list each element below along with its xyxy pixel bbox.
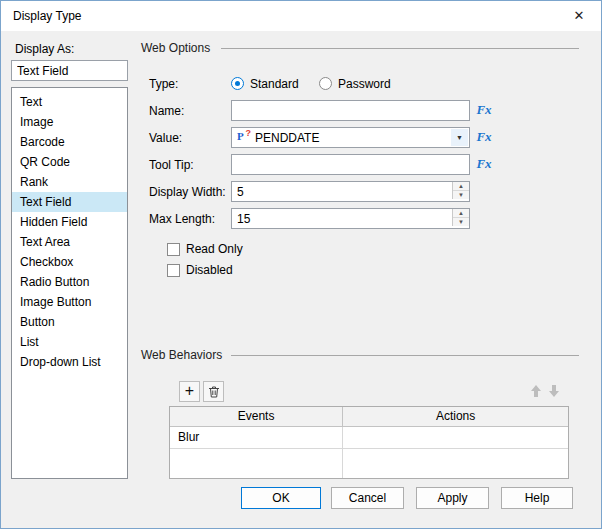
web-behaviors-group-title: Web Behaviors xyxy=(141,348,222,363)
web-options-group-title: Web Options xyxy=(141,41,210,56)
action-cell[interactable] xyxy=(343,427,568,448)
value-combobox[interactable]: P ? PENDDATE ▼ xyxy=(231,127,470,148)
tooltip-formula-icon[interactable]: Fx xyxy=(474,155,494,173)
dialog-title: Display Type xyxy=(13,1,81,31)
display-type-option[interactable]: QR Code xyxy=(12,152,127,172)
actions-column-header[interactable]: Actions xyxy=(343,407,568,426)
display-width-input[interactable] xyxy=(231,181,470,202)
display-as-label: Display As: xyxy=(15,42,74,57)
behaviors-table-header: Events Actions xyxy=(170,407,568,427)
display-type-option[interactable]: Barcode xyxy=(12,132,127,152)
tooltip-input[interactable] xyxy=(231,154,470,175)
table-empty-area xyxy=(170,449,568,478)
add-behavior-button[interactable]: + xyxy=(179,381,200,402)
value-label: Value: xyxy=(149,131,182,146)
display-type-option[interactable]: Rank xyxy=(12,172,127,192)
radio-standard[interactable] xyxy=(231,77,244,90)
spin-down-icon[interactable]: ▼ xyxy=(453,218,469,226)
event-cell[interactable]: Blur xyxy=(170,427,343,448)
display-type-option[interactable]: List xyxy=(12,332,127,352)
up-arrow-icon xyxy=(530,384,542,398)
display-type-dialog: Display Type ✕ Display As: Text Image Ba… xyxy=(0,0,602,529)
display-width-spin-buttons: ▲ ▼ xyxy=(452,182,469,199)
spin-down-icon[interactable]: ▼ xyxy=(453,191,469,199)
display-type-option[interactable]: Button xyxy=(12,312,127,332)
disabled-label[interactable]: Disabled xyxy=(186,263,233,278)
read-only-label[interactable]: Read Only xyxy=(186,242,243,257)
display-type-option[interactable]: Image Button xyxy=(12,292,127,312)
radio-password[interactable] xyxy=(319,77,332,90)
plus-icon: + xyxy=(185,383,194,399)
web-options-divider xyxy=(221,48,579,49)
read-only-checkbox[interactable] xyxy=(167,243,180,256)
display-type-option[interactable]: Image xyxy=(12,112,127,132)
web-behaviors-divider xyxy=(231,355,579,356)
help-button[interactable]: Help xyxy=(501,487,573,509)
spin-up-icon[interactable]: ▲ xyxy=(453,182,469,191)
display-as-input[interactable] xyxy=(11,60,128,81)
display-type-option[interactable]: Text Area xyxy=(12,232,127,252)
max-length-label: Max Length: xyxy=(149,212,215,227)
delete-behavior-button[interactable] xyxy=(203,381,224,402)
tooltip-label: Tool Tip: xyxy=(149,158,194,173)
radio-standard-label[interactable]: Standard xyxy=(250,77,299,92)
display-type-option[interactable]: Drop-down List xyxy=(12,352,127,372)
name-label: Name: xyxy=(149,104,184,119)
down-arrow-icon xyxy=(548,384,560,398)
max-length-spin-buttons: ▲ ▼ xyxy=(452,209,469,226)
parameter-icon: P ? xyxy=(236,131,251,145)
events-column-header[interactable]: Events xyxy=(170,407,343,426)
close-icon[interactable]: ✕ xyxy=(557,1,601,31)
name-formula-icon[interactable]: Fx xyxy=(474,101,494,119)
display-type-option[interactable]: Hidden Field xyxy=(12,212,127,232)
display-type-list[interactable]: Text Image Barcode QR Code Rank Text Fie… xyxy=(11,87,128,479)
type-label: Type: xyxy=(149,77,178,92)
spin-up-icon[interactable]: ▲ xyxy=(453,209,469,218)
display-type-option[interactable]: Text xyxy=(12,92,127,112)
chevron-down-icon[interactable]: ▼ xyxy=(451,129,468,146)
apply-button[interactable]: Apply xyxy=(416,487,489,509)
value-formula-icon[interactable]: Fx xyxy=(474,128,494,146)
move-down-button[interactable] xyxy=(546,382,562,400)
behaviors-table: Events Actions Blur xyxy=(169,406,569,479)
table-row[interactable]: Blur xyxy=(170,427,568,449)
cancel-button[interactable]: Cancel xyxy=(331,487,404,509)
display-type-option[interactable]: Checkbox xyxy=(12,252,127,272)
title-bar: Display Type ✕ xyxy=(1,1,601,31)
display-width-spinner[interactable]: ▲ ▼ xyxy=(231,181,470,202)
disabled-checkbox[interactable] xyxy=(167,264,180,277)
max-length-spinner[interactable]: ▲ ▼ xyxy=(231,208,470,229)
display-type-option-selected[interactable]: Text Field xyxy=(12,192,127,212)
move-up-button[interactable] xyxy=(528,382,544,400)
name-input[interactable] xyxy=(231,100,470,121)
display-type-option[interactable]: Radio Button xyxy=(12,272,127,292)
ok-button[interactable]: OK xyxy=(241,487,321,509)
max-length-input[interactable] xyxy=(231,208,470,229)
display-width-label: Display Width: xyxy=(149,185,226,200)
radio-password-label[interactable]: Password xyxy=(338,77,391,92)
value-combobox-text: PENDDATE xyxy=(255,131,319,145)
trash-icon xyxy=(207,385,221,399)
